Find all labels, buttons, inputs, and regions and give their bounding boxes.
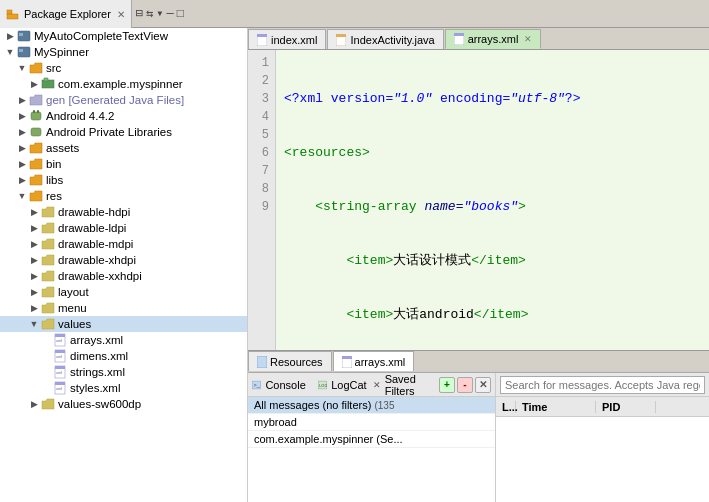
res-label: res	[46, 190, 62, 202]
tab-arrays-xml-bottom[interactable]: arrays.xml	[333, 351, 415, 371]
tree-drawable-mdpi[interactable]: ▶ drawable-mdpi	[0, 236, 247, 252]
expand-arrow-myautocomplete[interactable]: ▶	[4, 29, 16, 43]
minimize-icon[interactable]: ─	[167, 7, 174, 21]
tree-menu[interactable]: ▶ menu	[0, 300, 247, 316]
remove-filter-btn[interactable]: -	[457, 377, 473, 393]
close-arrays-xml-tab[interactable]: ✕	[524, 34, 532, 44]
drawable-mdpi-label: drawable-mdpi	[58, 238, 133, 250]
top-bar: Package Explorer ✕ ⊟ ⇆ ▾ ─ □	[0, 0, 709, 28]
tree-drawable-hdpi[interactable]: ▶ drawable-hdpi	[0, 204, 247, 220]
delete-filter-btn[interactable]: ✕	[475, 377, 491, 393]
tree-drawable-xxhdpi[interactable]: ▶ drawable-xxhdpi	[0, 268, 247, 284]
tab-resources[interactable]: Resources	[248, 351, 332, 371]
add-filter-btn[interactable]: +	[439, 377, 455, 393]
tree-src[interactable]: ▼ src	[0, 60, 247, 76]
filter-all-messages[interactable]: All messages (no filters) (135	[248, 397, 495, 414]
expand-arrow-drawable-xxhdpi[interactable]: ▶	[28, 269, 40, 283]
tree-project-myautocomplete[interactable]: ▶ MyAutoCompleteTextView	[0, 28, 247, 44]
android-private-label: Android Private Libraries	[46, 126, 172, 138]
maximize-icon[interactable]: □	[177, 7, 184, 21]
filter-mybroad-label: mybroad	[254, 416, 297, 428]
index-xml-icon	[257, 34, 267, 46]
expand-arrow-assets[interactable]: ▶	[16, 141, 28, 155]
bottom-tabs-bar: Resources arrays.xml	[248, 350, 709, 372]
tree-styles-xml[interactable]: xml styles.xml	[0, 380, 247, 396]
filter-myspinner[interactable]: com.example.myspinner (Se...	[248, 431, 495, 448]
tree-bin[interactable]: ▶ bin	[0, 156, 247, 172]
expand-arrow-values[interactable]: ▼	[28, 317, 40, 331]
package-explorer-tab[interactable]: Package Explorer ✕	[0, 0, 132, 28]
drawable-xhdpi-icon	[40, 253, 56, 267]
logcat-search-input[interactable]	[500, 376, 705, 394]
tree-values[interactable]: ▼ values	[0, 316, 247, 332]
console-icon: >_	[252, 379, 261, 391]
drawable-ldpi-icon	[40, 221, 56, 235]
svg-text:xml: xml	[56, 354, 62, 359]
svg-rect-1	[7, 14, 18, 19]
svg-rect-8	[31, 112, 41, 120]
res-icon	[28, 189, 44, 203]
android-icon	[28, 109, 44, 123]
drawable-xxhdpi-icon	[40, 269, 56, 283]
expand-arrow-myspinner[interactable]: ▼	[4, 45, 16, 59]
logcat-close-icon[interactable]: ✕	[373, 380, 381, 390]
android-private-icon	[28, 125, 44, 139]
tree-gen[interactable]: ▶ gen [Generated Java Files]	[0, 92, 247, 108]
tree-libs[interactable]: ▶ libs	[0, 172, 247, 188]
expand-arrow-layout[interactable]: ▶	[28, 285, 40, 299]
tab-index-xml[interactable]: index.xml	[248, 29, 326, 49]
tree-layout[interactable]: ▶ layout	[0, 284, 247, 300]
expand-arrow-menu[interactable]: ▶	[28, 301, 40, 315]
expand-arrow-drawable-mdpi[interactable]: ▶	[28, 237, 40, 251]
tree-values-sw600dp[interactable]: ▶ values-sw600dp	[0, 396, 247, 412]
bottom-section: >_ Console LOG LogCat ✕ Saved Filters + …	[248, 372, 709, 502]
expand-arrow-drawable-hdpi[interactable]: ▶	[28, 205, 40, 219]
view-menu-icon[interactable]: ▾	[156, 6, 163, 21]
drawable-ldpi-label: drawable-ldpi	[58, 222, 126, 234]
collapse-all-icon[interactable]: ⊟	[136, 6, 143, 21]
link-with-editor-icon[interactable]: ⇆	[146, 6, 153, 21]
tree-dimens-xml[interactable]: xml dimens.xml	[0, 348, 247, 364]
src-label: src	[46, 62, 61, 74]
code-editor[interactable]: 1 2 3 4 5 6 7 8 9 <?xml version="1.0" en…	[248, 50, 709, 350]
svg-rect-13	[55, 334, 65, 337]
expand-arrow-gen[interactable]: ▶	[16, 93, 28, 107]
tree-android-private[interactable]: ▶ Android Private Libraries	[0, 124, 247, 140]
resources-tab-icon	[257, 356, 267, 368]
tree-drawable-ldpi[interactable]: ▶ drawable-ldpi	[0, 220, 247, 236]
tab-index-activity[interactable]: IndexActivity.java	[327, 29, 443, 49]
logcat-label: LogCat	[331, 379, 366, 391]
tree-project-myspinner[interactable]: ▼ MySpinner	[0, 44, 247, 60]
expand-arrow-drawable-ldpi[interactable]: ▶	[28, 221, 40, 235]
svg-rect-5	[19, 49, 23, 52]
xml-file-icon-arrays: xml	[52, 333, 68, 347]
tree-assets[interactable]: ▶ assets	[0, 140, 247, 156]
tree-arrays-xml[interactable]: xml arrays.xml	[0, 332, 247, 348]
tree-android442[interactable]: ▶ Android 4.4.2	[0, 108, 247, 124]
expand-arrow-bin[interactable]: ▶	[16, 157, 28, 171]
tree-strings-xml[interactable]: xml strings.xml	[0, 364, 247, 380]
expand-arrow-android-private[interactable]: ▶	[16, 125, 28, 139]
svg-rect-10	[37, 110, 39, 113]
close-package-explorer[interactable]: ✕	[117, 9, 125, 20]
tree-package[interactable]: ▶ com.example.myspinner	[0, 76, 247, 92]
logcat-panel: L... Time PID	[496, 373, 709, 502]
svg-rect-25	[257, 34, 267, 37]
index-activity-icon	[336, 34, 346, 46]
expand-arrow-package[interactable]: ▶	[28, 77, 40, 91]
tree-drawable-xhdpi[interactable]: ▶ drawable-xhdpi	[0, 252, 247, 268]
expand-arrow-values-sw600dp[interactable]: ▶	[28, 397, 40, 411]
expand-arrow-res[interactable]: ▼	[16, 189, 28, 203]
filter-mybroad[interactable]: mybroad	[248, 414, 495, 431]
tree-res[interactable]: ▼ res	[0, 188, 247, 204]
expand-arrow-android442[interactable]: ▶	[16, 109, 28, 123]
tab-arrays-xml[interactable]: arrays.xml ✕	[445, 29, 542, 49]
xml-file-icon-styles: xml	[52, 381, 68, 395]
expand-arrow-drawable-xhdpi[interactable]: ▶	[28, 253, 40, 267]
expand-arrow-libs[interactable]: ▶	[16, 173, 28, 187]
package-label: com.example.myspinner	[58, 78, 183, 90]
layout-label: layout	[58, 286, 89, 298]
main-layout: ▶ MyAutoCompleteTextView ▼ MySpinner	[0, 28, 709, 502]
expand-arrow-src[interactable]: ▼	[16, 61, 28, 75]
code-lines[interactable]: <?xml version="1.0" encoding="utf-8"?> <…	[276, 50, 709, 350]
